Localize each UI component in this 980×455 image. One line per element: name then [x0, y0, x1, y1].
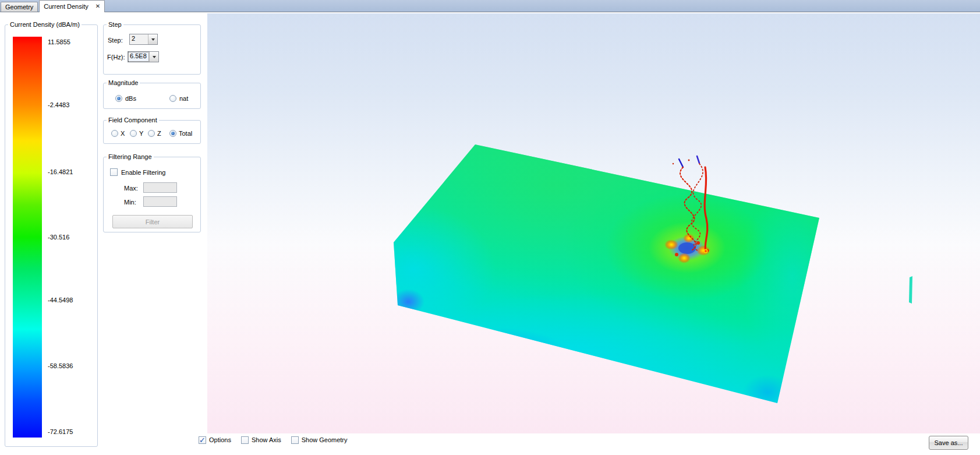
step-dropdown-value: 2 — [130, 35, 147, 44]
radio-total[interactable] — [169, 130, 176, 137]
options-checkbox-label[interactable]: Options — [209, 436, 231, 444]
freq-label: F(Hz): — [107, 54, 125, 61]
tab-geometry-label: Geometry — [5, 3, 33, 10]
max-label: Max: — [124, 185, 138, 192]
current-hotspot — [606, 194, 769, 301]
filtering-range-group-title: Filtering Range — [107, 153, 154, 160]
colorbar-tick: -58.5836 — [48, 362, 94, 370]
enable-filtering-label[interactable]: Enable Filtering — [121, 169, 165, 176]
options-checkbox-item[interactable]: Options — [199, 436, 231, 444]
magnitude-group: Magnitude dBs nat — [103, 83, 201, 109]
chevron-down-icon — [151, 38, 155, 41]
tab-bar: Geometry Current Density ✕ — [0, 0, 980, 12]
step-dropdown-arrow[interactable] — [148, 34, 157, 44]
radio-z-label[interactable]: Z — [157, 130, 161, 137]
radio-y-label[interactable]: Y — [139, 130, 143, 137]
colorbar-tick: -72.6175 — [48, 428, 94, 436]
save-as-button[interactable]: Save as... — [929, 436, 968, 450]
show-geometry-checkbox[interactable] — [291, 436, 299, 444]
colorbar-tick: -16.4821 — [48, 168, 94, 176]
colorbar-title: Current Density (dBA/m) — [8, 21, 82, 28]
show-axis-checkbox[interactable] — [241, 436, 249, 444]
show-geometry-checkbox-item[interactable]: Show Geometry — [291, 436, 348, 444]
field-component-group-title: Field Component — [107, 117, 159, 124]
radio-x[interactable] — [111, 130, 118, 137]
min-input[interactable] — [143, 196, 177, 207]
radio-nat[interactable] — [169, 95, 176, 102]
radio-dbs[interactable] — [115, 95, 122, 102]
step-group-title: Step — [107, 21, 123, 28]
tab-geometry[interactable]: Geometry — [1, 2, 38, 12]
radio-z[interactable] — [148, 130, 155, 137]
tab-current-density-label: Current Density — [44, 3, 88, 10]
colorbar-tick: 11.5855 — [48, 38, 94, 46]
enable-filtering-checkbox[interactable] — [110, 168, 118, 176]
options-checkbox[interactable] — [199, 436, 206, 444]
chevron-down-icon — [153, 56, 156, 58]
left-control-panel: Current Density (dBA/m) 11.5855 -2.4483 … — [0, 12, 207, 455]
colorbar-gradient — [13, 37, 42, 438]
right-edge-sliver — [909, 276, 912, 304]
viewport-3d[interactable] — [207, 13, 980, 433]
field-component-group: Field Component X Y Z Total — [103, 120, 201, 144]
magnitude-group-title: Magnitude — [107, 79, 140, 86]
filter-button[interactable]: Filter — [112, 215, 193, 228]
colorbar-tick: -44.5498 — [48, 297, 94, 304]
viewport-options-bar: Options Show Axis Show Geometry — [199, 436, 348, 444]
min-label: Min: — [124, 199, 136, 206]
freq-dropdown-value: 6.5E8 — [129, 52, 148, 61]
radio-y[interactable] — [130, 130, 137, 137]
colorbar-group: Current Density (dBA/m) 11.5855 -2.4483 … — [5, 24, 98, 447]
step-label: Step: — [108, 37, 123, 44]
viewport-3d-scene[interactable] — [207, 13, 980, 433]
radio-x-label[interactable]: X — [121, 130, 125, 137]
application-window: { "tabs": [ {"label": "Geometry", "activ… — [0, 0, 980, 455]
freq-dropdown[interactable]: 6.5E8 — [128, 51, 159, 62]
show-axis-checkbox-label[interactable]: Show Axis — [252, 436, 281, 444]
freq-dropdown-arrow[interactable] — [149, 52, 158, 62]
radio-total-label[interactable]: Total — [179, 130, 192, 137]
slab-surface — [332, 69, 912, 415]
show-geometry-checkbox-label[interactable]: Show Geometry — [302, 436, 348, 444]
colorbar-tick: -2.4483 — [48, 101, 94, 109]
step-dropdown[interactable]: 2 — [129, 34, 158, 45]
max-input[interactable] — [143, 182, 177, 193]
step-group: Step Step: 2 F(Hz): 6.5E8 — [103, 24, 201, 75]
tab-current-density[interactable]: Current Density ✕ — [39, 0, 105, 12]
show-axis-checkbox-item[interactable]: Show Axis — [241, 436, 281, 444]
tab-close-icon[interactable]: ✕ — [95, 3, 100, 9]
filtering-range-group: Filtering Range Enable Filtering Max: Mi… — [103, 157, 201, 232]
radio-dbs-label[interactable]: dBs — [125, 95, 136, 102]
radio-nat-label[interactable]: nat — [179, 95, 188, 102]
colorbar-tick: -30.516 — [48, 234, 94, 241]
